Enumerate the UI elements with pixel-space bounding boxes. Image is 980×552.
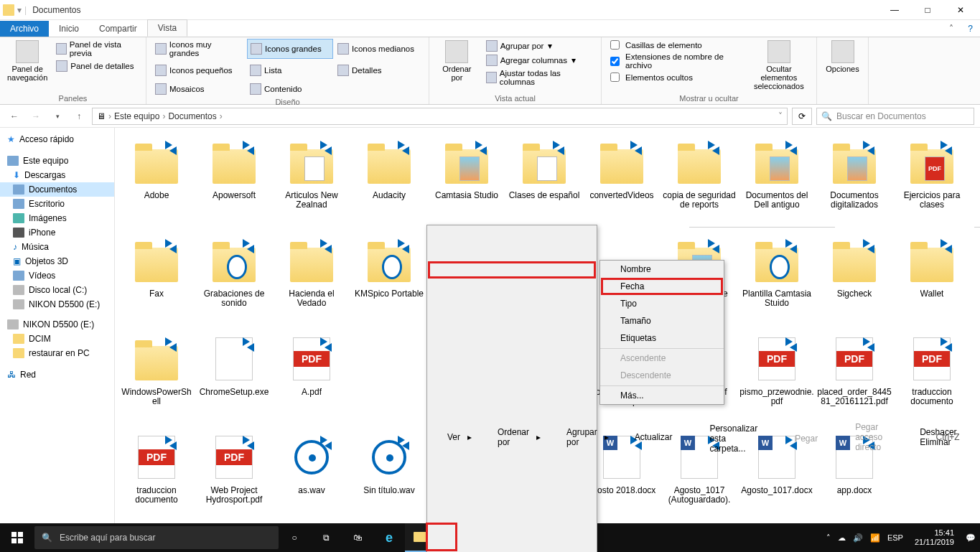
file-item[interactable]: PDFWeb Project Hydrosport.pdf (195, 429, 273, 527)
ribbon-collapse-button[interactable]: ˄ (942, 21, 961, 37)
file-item[interactable]: ChromeSetup.exe (195, 330, 273, 429)
tree-local-disk[interactable]: Disco local (C:) (0, 283, 114, 297)
qat-dropdown-icon[interactable]: ▾ (17, 5, 22, 15)
tree-3d-objects[interactable]: ▣Objetos 3D (0, 254, 114, 268)
options-button[interactable]: Opciones (823, 39, 862, 75)
layout-small[interactable]: Iconos pequeños (152, 63, 246, 78)
close-button[interactable]: ✕ (944, 0, 977, 20)
file-item[interactable]: copia de seguridad de reports (661, 134, 738, 232)
taskbar-search[interactable]: 🔍 Escribe aquí para buscar (34, 526, 279, 549)
file-item[interactable]: Articulos New Zealnad (273, 134, 350, 232)
file-item[interactable]: convertedVideos (583, 134, 661, 232)
file-item[interactable]: Fax (118, 232, 195, 330)
ctx-view[interactable]: Ver▸ (427, 225, 477, 552)
tree-documents[interactable]: Documentos (0, 182, 114, 197)
preview-pane-button[interactable]: Panel de vista previa (53, 39, 140, 59)
layout-extra-large[interactable]: Iconos muy grandes (152, 39, 246, 59)
hide-selected-button[interactable]: Ocultar elementos seleccionados (747, 39, 811, 92)
tree-nikon2[interactable]: NIKON D5500 (E:) (0, 317, 114, 332)
tab-file[interactable]: Archivo (0, 21, 49, 37)
group-by-button[interactable]: Agrupar por▾ (483, 39, 595, 53)
sub-tags[interactable]: Etiquetas (600, 329, 724, 347)
layout-content[interactable]: Contenido (247, 82, 333, 96)
file-item[interactable]: as.wav (273, 429, 350, 527)
ctx-sort[interactable]: Ordenar por▸ (477, 225, 546, 552)
size-columns-button[interactable]: Ajustar todas las columnas (483, 67, 595, 88)
sort-by-button[interactable]: Ordenar por (435, 39, 479, 83)
file-item[interactable]: Sin título.wav (350, 429, 428, 527)
tree-videos[interactable]: Vídeos (0, 268, 114, 283)
file-item[interactable]: Clases de español (505, 134, 583, 232)
forward-button[interactable]: → (27, 108, 45, 125)
sub-more[interactable]: Más... (600, 385, 724, 404)
file-item[interactable]: PDFA.pdf (273, 330, 350, 429)
file-item[interactable]: Apowersoft (195, 134, 273, 232)
start-button[interactable] (0, 523, 34, 552)
cortana-button[interactable]: ○ (279, 523, 310, 552)
file-item[interactable]: Documentos digitalizados (816, 134, 893, 232)
tree-music[interactable]: ♪Música (0, 240, 114, 254)
tree-quick-access[interactable]: ★Acceso rápido (0, 132, 114, 146)
store-icon[interactable]: 🛍 (342, 523, 373, 552)
tab-home[interactable]: Inicio (49, 21, 89, 37)
breadcrumb[interactable]: 🖥 › Este equipo › Documentos › ˅ (92, 108, 788, 125)
file-label: KMSpico Portable (355, 289, 424, 299)
sub-name[interactable]: Nombre (600, 261, 724, 278)
layout-large[interactable]: Iconos grandes (247, 39, 333, 59)
sub-type[interactable]: Tipo (600, 295, 724, 312)
tree-network[interactable]: 🖧Red (0, 368, 114, 382)
edge-icon[interactable]: e (373, 523, 405, 552)
tree-this-pc[interactable]: Este equipo (0, 154, 114, 168)
address-dropdown-icon[interactable]: ˅ (778, 111, 783, 121)
file-item[interactable]: PDFEjercicios para clases (893, 134, 971, 232)
navigation-tree[interactable]: ★Acceso rápido Este equipo ⬇Descargas Do… (0, 128, 115, 552)
layout-list[interactable]: Lista (247, 63, 333, 78)
quick-access-toolbar: ▾ | (3, 4, 27, 16)
item-checkboxes[interactable]: Casillas de elemento (607, 39, 743, 51)
tree-downloads[interactable]: ⬇Descargas (0, 168, 114, 182)
layout-medium[interactable]: Iconos medianos (335, 39, 421, 59)
file-item[interactable]: Hacienda el Vedado (273, 232, 350, 330)
file-item[interactable]: Grabaciones de sonido (195, 232, 273, 330)
crumb-root[interactable]: Este equipo (114, 111, 159, 121)
file-item[interactable]: Audacity (350, 134, 428, 232)
file-extensions[interactable]: Extensiones de nombre de archivo (607, 51, 743, 71)
ctx-undo[interactable]: Deshacer EliminarCtrl+Z (900, 225, 974, 552)
recent-locations-button[interactable]: ▾ (49, 108, 66, 125)
file-item[interactable]: WindowsPowerShell (118, 330, 195, 429)
tree-pictures[interactable]: Imágenes (0, 211, 114, 225)
ctx-grant-access[interactable]: Conceder acceso a▸ (974, 227, 980, 552)
layout-details[interactable]: Detalles (335, 63, 421, 78)
crumb-folder[interactable]: Documentos (168, 111, 216, 121)
tab-share[interactable]: Compartir (89, 21, 147, 37)
sub-date[interactable]: Fecha (600, 278, 724, 295)
file-item[interactable]: Documentos del Dell antiguo (738, 134, 816, 232)
tree-restore[interactable]: restaurar en PC (0, 346, 114, 360)
layout-tiles[interactable]: Mosaicos (152, 82, 246, 96)
svg-rect-0 (11, 532, 17, 537)
nav-pane-button[interactable]: Panel de navegación (6, 39, 49, 83)
tree-desktop[interactable]: Escritorio (0, 197, 114, 211)
tree-nikon1[interactable]: NIKON D5500 (E:) (0, 297, 114, 312)
file-item[interactable]: KMSpico Portable (350, 232, 428, 330)
help-button[interactable]: ? (961, 21, 980, 37)
minimize-button[interactable]: — (878, 0, 911, 20)
file-item[interactable]: Camtasia Studio (428, 134, 505, 232)
refresh-button[interactable]: ⟳ (792, 108, 812, 125)
tree-iphone[interactable]: iPhone (0, 225, 114, 240)
details-pane-button[interactable]: Panel de detalles (53, 59, 140, 73)
tab-view[interactable]: Vista (147, 19, 187, 37)
hidden-items[interactable]: Elementos ocultos (607, 71, 743, 83)
search-box[interactable]: 🔍 Buscar en Documentos (816, 108, 974, 125)
back-button[interactable]: ← (6, 108, 23, 125)
tree-dcim[interactable]: DCIM (0, 332, 114, 346)
maximize-button[interactable]: □ (911, 0, 944, 20)
task-view-button[interactable]: ⧉ (310, 523, 342, 552)
file-item[interactable]: Adobe (118, 134, 195, 232)
file-item[interactable]: PDFtraduccion documento (118, 429, 195, 527)
context-submenu-group-by[interactable]: Nombre Fecha Tipo Tamaño Etiquetas Ascen… (599, 260, 724, 405)
context-menu[interactable]: Ver▸ Ordenar por▸ Agrupar por▸ Actualiza… (426, 225, 597, 552)
up-button[interactable]: ↑ (70, 108, 88, 125)
add-columns-button[interactable]: Agregar columnas▾ (483, 53, 595, 67)
sub-size[interactable]: Tamaño (600, 312, 724, 329)
